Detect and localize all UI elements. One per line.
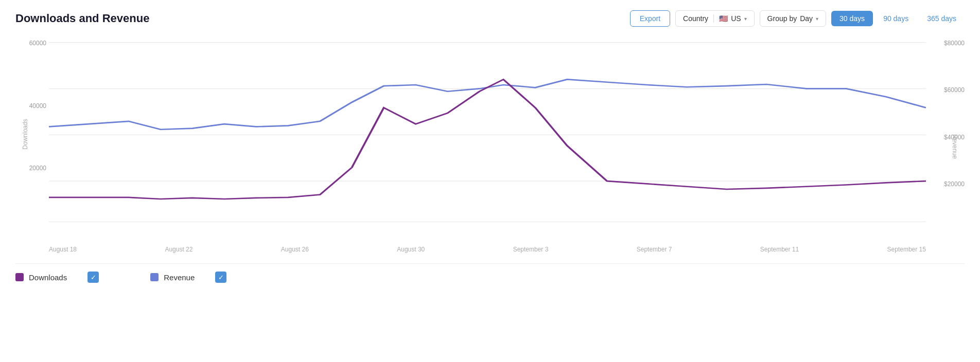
country-flag: 🇺🇸 bbox=[719, 14, 728, 23]
time-btn-30[interactable]: 30 days bbox=[831, 11, 873, 26]
export-button[interactable]: Export bbox=[630, 10, 670, 27]
time-range-buttons: 30 days 90 days 365 days bbox=[831, 11, 965, 26]
x-label-sep15: September 15 bbox=[887, 246, 926, 253]
revenue-checkbox[interactable]: ✓ bbox=[215, 272, 226, 283]
x-label-aug22: August 22 bbox=[165, 246, 192, 253]
page-header: Downloads and Revenue Export Country 🇺🇸 … bbox=[15, 10, 965, 27]
y-label-60000: 60000 bbox=[15, 40, 46, 47]
country-label: Country bbox=[683, 14, 708, 23]
x-label-sep3: September 3 bbox=[513, 246, 549, 253]
legend-downloads: Downloads bbox=[15, 273, 67, 282]
x-label-sep11: September 11 bbox=[760, 246, 799, 253]
downloads-color-swatch bbox=[15, 273, 24, 281]
page-title: Downloads and Revenue bbox=[15, 12, 149, 25]
y-label-40000r: $40000 bbox=[944, 134, 965, 141]
x-axis: August 18 August 22 August 26 August 30 … bbox=[49, 232, 926, 253]
chart-container: Downloads 60000 40000 20000 Revenue $800… bbox=[15, 37, 965, 253]
groupby-label: Group by bbox=[767, 14, 797, 23]
y-label-20000: 20000 bbox=[15, 165, 46, 172]
x-label-aug26: August 26 bbox=[281, 246, 309, 253]
x-label-aug30: August 30 bbox=[397, 246, 425, 253]
controls-bar: Export Country 🇺🇸 US ▾ Group by Day ▾ 30… bbox=[630, 10, 965, 27]
y-label-40000: 40000 bbox=[15, 102, 46, 110]
chart-legend: Downloads ✓ Revenue ✓ bbox=[15, 263, 965, 283]
x-label-sep7: September 7 bbox=[637, 246, 672, 253]
y-label-20000r: $20000 bbox=[944, 180, 965, 188]
dropdown-separator bbox=[713, 14, 714, 23]
time-btn-90[interactable]: 90 days bbox=[875, 11, 917, 26]
country-value: US bbox=[731, 14, 741, 23]
chevron-down-icon-2: ▾ bbox=[816, 16, 818, 22]
country-dropdown[interactable]: Country 🇺🇸 US ▾ bbox=[675, 10, 754, 27]
chart-svg bbox=[49, 37, 926, 227]
revenue-color-swatch bbox=[150, 273, 159, 281]
groupby-dropdown[interactable]: Group by Day ▾ bbox=[760, 10, 827, 27]
y-label-60000r: $60000 bbox=[944, 86, 965, 94]
y-axis-left: 60000 40000 20000 bbox=[15, 37, 46, 227]
groupby-value: Day bbox=[800, 14, 813, 23]
legend-revenue: Revenue bbox=[150, 273, 195, 282]
x-label-aug18: August 18 bbox=[49, 246, 77, 253]
chart-svg-area bbox=[49, 37, 926, 227]
chevron-down-icon: ▾ bbox=[744, 16, 747, 22]
downloads-checkbox[interactable]: ✓ bbox=[87, 272, 99, 283]
y-axis-right: $80000 $60000 $40000 $20000 bbox=[929, 37, 965, 227]
downloads-legend-label: Downloads bbox=[29, 273, 67, 282]
y-label-80000: $80000 bbox=[944, 40, 965, 47]
revenue-legend-label: Revenue bbox=[164, 273, 195, 282]
time-btn-365[interactable]: 365 days bbox=[919, 11, 965, 26]
